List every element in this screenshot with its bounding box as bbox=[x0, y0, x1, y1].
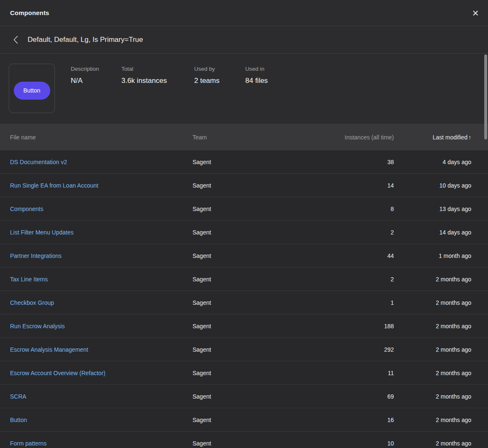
component-preview-card: Button bbox=[9, 64, 55, 113]
table-row[interactable]: Checkbox Group Sagent 1 2 months ago bbox=[0, 291, 488, 314]
stat-used-by: Used by 2 teams bbox=[194, 66, 245, 85]
team-cell: Sagent bbox=[193, 159, 295, 165]
column-header-last-modified[interactable]: Last modified↑ bbox=[394, 134, 471, 141]
team-cell: Sagent bbox=[193, 346, 295, 353]
last-modified-cell: 2 months ago bbox=[394, 393, 471, 400]
instances-cell: 16 bbox=[295, 417, 394, 423]
stat-label: Used in bbox=[245, 66, 268, 72]
team-cell: Sagent bbox=[193, 323, 295, 330]
stat-label: Used by bbox=[194, 66, 245, 72]
last-modified-cell: 4 days ago bbox=[394, 159, 471, 165]
instances-cell: 2 bbox=[295, 276, 394, 283]
last-modified-cell: 10 days ago bbox=[394, 182, 471, 189]
scrollbar-thumb[interactable] bbox=[484, 54, 487, 139]
last-modified-cell: 2 months ago bbox=[394, 299, 471, 306]
table-row[interactable]: Tax Line Items Sagent 2 2 months ago bbox=[0, 268, 488, 291]
components-panel: { "panel": { "title": "Components" }, "i… bbox=[0, 0, 488, 448]
file-name-link[interactable]: Run Single EA from Loan Account bbox=[10, 182, 193, 189]
variant-title: Default, Default, Lg, Is Primary=True bbox=[28, 36, 143, 44]
file-name-link[interactable]: Checkbox Group bbox=[10, 299, 193, 306]
file-name-link[interactable]: List Filter Menu Updates bbox=[10, 229, 193, 236]
variant-header: Default, Default, Lg, Is Primary=True bbox=[0, 26, 488, 54]
team-cell: Sagent bbox=[193, 299, 295, 306]
file-name-link[interactable]: Partner Integrations bbox=[10, 252, 193, 259]
table-row[interactable]: Button Sagent 16 2 months ago bbox=[0, 408, 488, 432]
team-cell: Sagent bbox=[193, 182, 295, 189]
team-cell: Sagent bbox=[193, 393, 295, 400]
instances-cell: 10 bbox=[295, 440, 394, 447]
file-name-link[interactable]: Form patterns bbox=[10, 440, 193, 447]
stat-label: Total bbox=[121, 66, 194, 72]
last-modified-cell: 2 months ago bbox=[394, 276, 471, 283]
stat-label: Description bbox=[71, 66, 121, 72]
table-row[interactable]: SCRA Sagent 69 2 months ago bbox=[0, 385, 488, 408]
close-button[interactable]: × bbox=[469, 6, 482, 20]
instances-cell: 38 bbox=[295, 159, 394, 165]
table-row[interactable]: Form patterns Sagent 10 2 months ago bbox=[0, 432, 488, 448]
back-button[interactable] bbox=[10, 34, 21, 45]
table-row[interactable]: Escrow Account Overview (Refactor) Sagen… bbox=[0, 361, 488, 385]
stat-total: Total 3.6k instances bbox=[121, 66, 194, 85]
file-name-link[interactable]: SCRA bbox=[10, 393, 193, 400]
team-cell: Sagent bbox=[193, 229, 295, 236]
table-row[interactable]: Run Escrow Analysis Sagent 188 2 months … bbox=[0, 314, 488, 338]
stat-value: 84 files bbox=[245, 77, 268, 85]
stat-value: 2 teams bbox=[194, 77, 245, 85]
stat-description: Description N/A bbox=[71, 66, 121, 85]
instances-cell: 8 bbox=[295, 206, 394, 212]
file-name-link[interactable]: Escrow Account Overview (Refactor) bbox=[10, 370, 193, 376]
table-row[interactable]: Partner Integrations Sagent 44 1 month a… bbox=[0, 244, 488, 268]
instances-cell: 14 bbox=[295, 182, 394, 189]
component-overview: Button Description N/A Total 3.6k instan… bbox=[0, 54, 488, 124]
team-cell: Sagent bbox=[193, 276, 295, 283]
instances-cell: 1 bbox=[295, 299, 394, 306]
last-modified-cell: 2 months ago bbox=[394, 417, 471, 423]
file-name-link[interactable]: Run Escrow Analysis bbox=[10, 323, 193, 330]
panel-title: Components bbox=[10, 9, 49, 16]
table-body: DS Documentation v2 Sagent 38 4 days ago… bbox=[0, 150, 488, 448]
panel-titlebar: Components × bbox=[0, 0, 488, 26]
instances-cell: 11 bbox=[295, 370, 394, 376]
file-name-link[interactable]: Tax Line Items bbox=[10, 276, 193, 283]
team-cell: Sagent bbox=[193, 417, 295, 423]
table-row[interactable]: DS Documentation v2 Sagent 38 4 days ago bbox=[0, 150, 488, 174]
column-header-team[interactable]: Team bbox=[193, 134, 295, 141]
instances-cell: 188 bbox=[295, 323, 394, 330]
file-name-link[interactable]: Button bbox=[10, 417, 193, 423]
last-modified-cell: 1 month ago bbox=[394, 252, 471, 259]
team-cell: Sagent bbox=[193, 252, 295, 259]
instances-cell: 2 bbox=[295, 229, 394, 236]
file-name-link[interactable]: Components bbox=[10, 206, 193, 212]
last-modified-cell: 2 months ago bbox=[394, 370, 471, 376]
stats-row: Description N/A Total 3.6k instances Use… bbox=[71, 64, 268, 85]
team-cell: Sagent bbox=[193, 440, 295, 447]
last-modified-cell: 13 days ago bbox=[394, 206, 471, 212]
table-row[interactable]: Components Sagent 8 13 days ago bbox=[0, 197, 488, 221]
last-modified-cell: 2 months ago bbox=[394, 346, 471, 353]
column-header-instances[interactable]: Instances (all time) bbox=[295, 134, 394, 141]
stat-value: 3.6k instances bbox=[121, 77, 194, 85]
close-icon: × bbox=[472, 8, 478, 18]
instances-cell: 292 bbox=[295, 346, 394, 353]
last-modified-cell: 2 months ago bbox=[394, 323, 471, 330]
table-row[interactable]: Escrow Analysis Management Sagent 292 2 … bbox=[0, 338, 488, 361]
usage-table: File name Team Instances (all time) Last… bbox=[0, 124, 488, 448]
last-modified-cell: 14 days ago bbox=[394, 229, 471, 236]
sort-ascending-icon: ↑ bbox=[468, 134, 471, 141]
table-row[interactable]: List Filter Menu Updates Sagent 2 14 day… bbox=[0, 221, 488, 244]
column-header-label: Last modified bbox=[433, 134, 467, 141]
team-cell: Sagent bbox=[193, 206, 295, 212]
file-name-link[interactable]: DS Documentation v2 bbox=[10, 159, 193, 165]
chevron-left-icon bbox=[13, 36, 18, 44]
button-component-preview: Button bbox=[14, 82, 50, 100]
table-header: File name Team Instances (all time) Last… bbox=[0, 124, 488, 150]
instances-cell: 69 bbox=[295, 393, 394, 400]
instances-cell: 44 bbox=[295, 252, 394, 259]
last-modified-cell: 2 months ago bbox=[394, 440, 471, 447]
team-cell: Sagent bbox=[193, 370, 295, 376]
column-header-file-name[interactable]: File name bbox=[10, 134, 193, 141]
stat-value: N/A bbox=[71, 77, 121, 85]
file-name-link[interactable]: Escrow Analysis Management bbox=[10, 346, 193, 353]
table-row[interactable]: Run Single EA from Loan Account Sagent 1… bbox=[0, 174, 488, 197]
stat-used-in: Used in 84 files bbox=[245, 66, 268, 85]
